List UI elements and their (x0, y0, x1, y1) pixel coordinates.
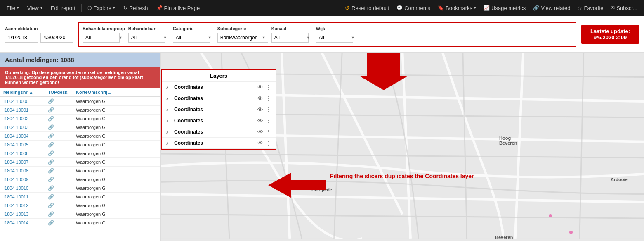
cell-top-14[interactable]: 🔗 (48, 220, 73, 226)
link-icon-5[interactable]: 🔗 (48, 142, 54, 148)
layer-dots-icon-1[interactable]: ⋮ (266, 95, 271, 102)
layer-chevron-5: ∧ (166, 141, 172, 146)
nav-pin-label: Pin a live Page (164, 5, 200, 11)
nav-comments[interactable]: 💬 Comments (393, 3, 434, 13)
layers-panel: Layers ∧ Coordinates 👁 ⋮ ∧ Coordinates 👁… (161, 69, 276, 150)
link-icon-9[interactable]: 🔗 (48, 177, 54, 182)
select-wrapper-2: All (173, 33, 214, 43)
col-header-kort: KorteOmschrij... (76, 90, 157, 95)
filter-select-3[interactable]: Bankwaarborgen (217, 33, 268, 43)
cell-top-6[interactable]: 🔗 (48, 150, 73, 156)
cell-meld-4[interactable]: I1804 10004 (3, 134, 45, 138)
table-row: I1804 10003 🔗 Waarborgen G (0, 123, 160, 132)
link-icon-6[interactable]: 🔗 (48, 150, 54, 156)
nav-pin-live[interactable]: 📌 Pin a live Page (153, 3, 203, 13)
link-icon-11[interactable]: 🔗 (48, 194, 54, 200)
filter-group-0: Behandelaarsgroep All (83, 26, 125, 43)
table-row: I1804 10014 🔗 Waarborgen G (0, 219, 160, 227)
layer-dots-icon-3[interactable]: ⋮ (266, 117, 271, 124)
link-icon-14[interactable]: 🔗 (48, 220, 54, 226)
cell-meld-13[interactable]: I1804 10013 (3, 212, 45, 217)
link-icon-4[interactable]: 🔗 (48, 133, 54, 139)
map-dot-2 (569, 231, 573, 234)
cell-kort-12: Waarborgen G (76, 203, 157, 208)
cell-top-0[interactable]: 🔗 (48, 98, 73, 104)
reset-icon: ↺ (345, 5, 350, 11)
layer-name-4: Coordinates (174, 129, 255, 135)
nav-edit-report[interactable]: Edit report (47, 3, 79, 13)
cell-meld-8[interactable]: I1804 10008 (3, 168, 45, 173)
filter-group-4: Kanaal All (271, 26, 313, 43)
layer-dots-icon-5[interactable]: ⋮ (266, 140, 271, 146)
layer-name-5: Coordinates (174, 140, 255, 146)
filter-select-4[interactable]: All (271, 33, 309, 43)
cell-meld-6[interactable]: I1804 10006 (3, 151, 45, 156)
layer-dots-icon-4[interactable]: ⋮ (266, 129, 271, 135)
favorite-icon: ☆ (578, 5, 582, 11)
date-from-input[interactable] (5, 33, 38, 43)
nav-refresh[interactable]: ↻ Refresh (120, 3, 151, 13)
layer-dots-icon-0[interactable]: ⋮ (266, 84, 271, 91)
layer-eye-icon-2[interactable]: 👁 (257, 106, 263, 113)
link-icon-13[interactable]: 🔗 (48, 211, 54, 217)
cell-meld-7[interactable]: I1804 10007 (3, 160, 45, 165)
layer-eye-icon-5[interactable]: 👁 (257, 140, 263, 146)
cell-meld-10[interactable]: I1804 10010 (3, 186, 45, 191)
cell-meld-14[interactable]: I1804 10014 (3, 220, 45, 225)
nav-explore[interactable]: ⬡ Explore ▾ (84, 3, 118, 13)
link-icon-10[interactable]: 🔗 (48, 185, 54, 191)
cell-meld-2[interactable]: I1804 10002 (3, 116, 45, 121)
cell-meld-1[interactable]: I1804 10001 (3, 107, 45, 112)
cell-meld-11[interactable]: I1804 10011 (3, 194, 45, 199)
filter-select-0[interactable]: All (83, 33, 120, 43)
date-to-input[interactable] (40, 33, 73, 43)
cell-meld-12[interactable]: I1804 10012 (3, 203, 45, 208)
layer-dots-icon-2[interactable]: ⋮ (266, 106, 271, 113)
cell-top-13[interactable]: 🔗 (48, 211, 73, 217)
nav-subscribe[interactable]: ✉ Subscr... (607, 3, 641, 13)
link-icon-8[interactable]: 🔗 (48, 168, 54, 174)
link-icon-12[interactable]: 🔗 (48, 203, 54, 208)
layer-name-0: Coordinates (174, 84, 255, 90)
filter-label-1: Behandelaar (128, 26, 170, 31)
cell-top-12[interactable]: 🔗 (48, 203, 73, 208)
nav-usage[interactable]: 📈 Usage metrics (480, 3, 529, 13)
layer-eye-icon-1[interactable]: 👁 (257, 95, 263, 102)
cell-meld-3[interactable]: I1804 10003 (3, 125, 45, 130)
cell-top-10[interactable]: 🔗 (48, 185, 73, 191)
cell-top-1[interactable]: 🔗 (48, 107, 73, 113)
nav-usage-label: Usage metrics (491, 5, 526, 11)
filter-select-1[interactable]: All (128, 33, 165, 43)
nav-reset[interactable]: ↺ Reset to default (342, 3, 392, 13)
cell-top-3[interactable]: 🔗 (48, 124, 73, 130)
cell-top-4[interactable]: 🔗 (48, 133, 73, 139)
nav-file[interactable]: File ▾ (3, 3, 22, 13)
layer-eye-icon-4[interactable]: 👁 (257, 129, 263, 135)
cell-top-9[interactable]: 🔗 (48, 177, 73, 182)
link-icon-7[interactable]: 🔗 (48, 159, 54, 165)
cell-top-2[interactable]: 🔗 (48, 116, 73, 122)
cell-kort-9: Waarborgen G (76, 177, 157, 182)
link-icon-3[interactable]: 🔗 (48, 124, 54, 130)
nav-right-area: ↺ Reset to default 💬 Comments 🔖 Bookmark… (342, 3, 641, 13)
cell-meld-0[interactable]: I1804 10000 (3, 99, 45, 104)
filter-select-5[interactable]: All (316, 33, 353, 43)
nav-view[interactable]: View ▾ (24, 3, 46, 13)
cell-top-8[interactable]: 🔗 (48, 168, 73, 174)
layer-eye-icon-3[interactable]: 👁 (257, 117, 263, 124)
layer-eye-icon-0[interactable]: 👁 (257, 84, 263, 91)
nav-view-related[interactable]: 🔗 View related (530, 3, 573, 13)
map-area: HoogBeveren Hooglede Beveren Ardooie Tas… (161, 53, 644, 241)
cell-meld-9[interactable]: I1804 10009 (3, 177, 45, 182)
nav-bookmarks[interactable]: 🔖 Bookmarks ▾ (434, 3, 479, 13)
select-wrapper-1: All (128, 33, 170, 43)
nav-favorite[interactable]: ☆ Favorite (574, 3, 606, 13)
cell-meld-5[interactable]: I1804 10005 (3, 142, 45, 147)
cell-top-5[interactable]: 🔗 (48, 142, 73, 148)
cell-top-11[interactable]: 🔗 (48, 194, 73, 200)
link-icon-1[interactable]: 🔗 (48, 107, 54, 113)
cell-top-7[interactable]: 🔗 (48, 159, 73, 165)
link-icon-2[interactable]: 🔗 (48, 116, 54, 122)
filter-select-2[interactable]: All (173, 33, 210, 43)
link-icon-0[interactable]: 🔗 (48, 98, 54, 104)
